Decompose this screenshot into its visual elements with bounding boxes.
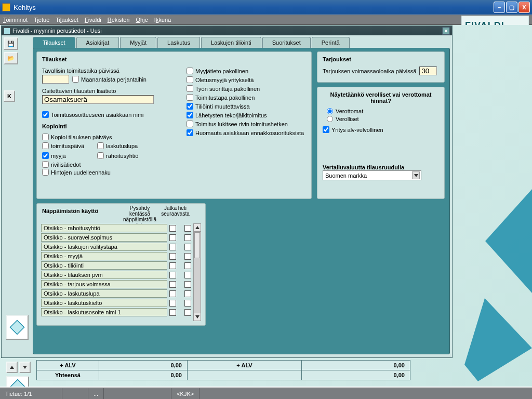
keyboard-stop-checkbox[interactable] <box>169 225 176 232</box>
right-check-4[interactable] <box>187 103 193 110</box>
keyboard-continue-checkbox[interactable] <box>184 300 191 307</box>
mon-to-fri-checkbox[interactable] <box>72 76 79 83</box>
keyboard-scrollbar[interactable] <box>193 223 201 321</box>
right-check-1[interactable] <box>187 76 193 83</box>
keyboard-stop-checkbox[interactable] <box>169 300 176 307</box>
kop-toimituspaiva-label: toimituspäivä <box>51 143 84 149</box>
menu-tilaukset[interactable]: Tilaukset <box>56 17 78 23</box>
naytetaanko-heading: Näytetäänkö verolliset vai verottomat hi… <box>323 91 439 104</box>
kop-myyja-checkbox[interactable] <box>42 152 49 159</box>
tarjous-voimassa-input[interactable] <box>419 66 437 75</box>
tab-suoritukset[interactable]: Suoritukset <box>262 37 311 48</box>
right-check-label-4: Tiliöinti muutettavissa <box>195 103 250 110</box>
keyboard-row-label: Otsikko - tarjous voimassa <box>41 280 167 288</box>
right-check-label-5: Lähetysten teko/jälkitoimitus <box>195 112 267 118</box>
vertailuvaluutta-select[interactable]: Suomen markka <box>323 170 421 180</box>
delivery-customer-name-checkbox[interactable] <box>42 111 49 118</box>
window-titlebar: Kehitys – ▢ X <box>0 0 532 15</box>
open-button[interactable]: 📂 <box>4 52 18 64</box>
scroll-up-button[interactable] <box>194 224 201 232</box>
keyboard-row-label: Otsikko - laskutuslupa <box>41 289 167 298</box>
right-check-0[interactable] <box>187 68 193 74</box>
tab-laskujen tiliöinti[interactable]: Laskujen tiliöinti <box>201 37 261 48</box>
keyboard-row-label: Otsikko - laskujen välitystapa <box>41 243 167 251</box>
keyboard-continue-checkbox[interactable] <box>184 309 191 316</box>
keyboard-stop-checkbox[interactable] <box>169 290 176 297</box>
right-check-6[interactable] <box>187 121 193 127</box>
tab-tilaukset[interactable]: Tilaukset <box>33 37 75 48</box>
logo-button-2[interactable] <box>6 376 29 387</box>
kop-laskutuslupa-checkbox[interactable] <box>97 142 104 149</box>
keyboard-row: Otsikko - suoravel.sopimus <box>41 233 191 242</box>
menu-rekisteri[interactable]: Rekisteri <box>108 17 130 23</box>
subwindow-title: Fivaldi - myynnin perustiedot - Uusi <box>12 28 442 34</box>
tilaukset-fieldset: Tilaukset Tavallisin toimitusaika päivis… <box>36 51 312 199</box>
keyboard-continue-checkbox[interactable] <box>184 244 191 250</box>
k-button[interactable]: K <box>4 90 15 102</box>
keyboard-row-label: Otsikko - suoravel.sopimus <box>41 233 167 242</box>
yritys-alv-checkbox[interactable] <box>323 126 329 133</box>
nav-down-button[interactable] <box>19 362 31 373</box>
right-check-7[interactable] <box>187 129 193 136</box>
keyboard-continue-checkbox[interactable] <box>184 225 191 232</box>
status-user: <KJK> <box>171 388 200 399</box>
window-maximize-button[interactable]: ▢ <box>506 2 517 13</box>
keyboard-stop-checkbox[interactable] <box>169 281 176 288</box>
delivery-days-input[interactable] <box>42 75 69 84</box>
keyboard-stop-checkbox[interactable] <box>169 234 176 241</box>
keyboard-stop-checkbox[interactable] <box>169 309 176 316</box>
keyboard-row: Otsikko - myyjä <box>41 251 191 261</box>
keyboard-row: Otsikko - tilauksen pvm <box>41 270 191 280</box>
keyboard-continue-checkbox[interactable] <box>184 234 191 241</box>
menu-fivaldi[interactable]: Fivaldi <box>85 17 101 23</box>
logo-button[interactable] <box>6 315 29 340</box>
menu-tietue[interactable]: Tietue <box>34 17 49 23</box>
subwindow-close-button[interactable]: × <box>442 27 450 35</box>
menu-toiminnot[interactable]: Toiminnot <box>3 17 28 23</box>
footer-yht-label: Yhteensä <box>37 370 99 380</box>
keyboard-continue-checkbox[interactable] <box>184 290 191 297</box>
scroll-thumb[interactable] <box>194 232 200 258</box>
keyboard-continue-checkbox[interactable] <box>184 262 191 269</box>
keyboard-stop-checkbox[interactable] <box>169 244 176 250</box>
keyboard-continue-checkbox[interactable] <box>184 272 191 278</box>
kop-rahoitusyhtio-label: rahoitusyhtiö <box>106 153 138 159</box>
kop-kopioi-checkbox[interactable] <box>42 134 49 140</box>
kop-toimituspaiva-checkbox[interactable] <box>42 142 49 149</box>
tab-perintä[interactable]: Perintä <box>312 37 350 48</box>
keyboard-stop-checkbox[interactable] <box>169 272 176 278</box>
footer-alv-label-2: + ALV <box>188 361 302 370</box>
footer-yht-val-1: 0,00 <box>99 370 188 380</box>
footer-alv-val-2: 0,00 <box>302 361 410 370</box>
window-close-button[interactable]: X <box>518 2 530 13</box>
tab-bar: TilauksetAsiakirjatMyyjätLaskutusLaskuje… <box>33 36 450 48</box>
verolliset-label: Verolliset <box>336 116 359 122</box>
keyboard-continue-checkbox[interactable] <box>184 281 191 288</box>
addrinfo-input[interactable] <box>42 95 154 104</box>
kop-rahoitusyhtio-checkbox[interactable] <box>97 152 104 159</box>
java-icon <box>2 3 10 11</box>
tab-laskutus[interactable]: Laskutus <box>157 37 200 48</box>
right-check-5[interactable] <box>187 112 193 118</box>
scroll-down-button[interactable] <box>194 313 201 321</box>
tab-myyjät[interactable]: Myyjät <box>120 37 156 48</box>
right-check-3[interactable] <box>187 94 193 101</box>
keyboard-stop-checkbox[interactable] <box>169 253 176 260</box>
kop-rivilisatiedot-checkbox[interactable] <box>42 161 49 168</box>
verolliset-radio[interactable] <box>327 116 333 122</box>
menu-ikkuna[interactable]: Ikkuna <box>154 17 171 23</box>
keyboard-row: Otsikko - laskutusosoite nimi 1 <box>41 308 191 317</box>
kop-hintojen-checkbox[interactable] <box>42 169 49 176</box>
save-button[interactable]: 💾 <box>4 37 18 50</box>
keyboard-stop-checkbox[interactable] <box>169 262 176 269</box>
delivery-customer-name-label: Toimitusosoitteeseen asiakkaan nimi <box>51 112 144 118</box>
svg-marker-1 <box>11 380 25 387</box>
window-minimize-button[interactable]: – <box>494 2 505 13</box>
verottomat-radio[interactable] <box>327 108 333 114</box>
keyboard-continue-checkbox[interactable] <box>184 253 191 260</box>
nav-up-button[interactable] <box>6 362 18 373</box>
tab-asiakirjat[interactable]: Asiakirjat <box>76 37 119 48</box>
menu-ohje[interactable]: Ohje <box>136 17 148 23</box>
footer-yht-val-2: 0,00 <box>302 370 410 380</box>
right-check-2[interactable] <box>187 85 193 92</box>
